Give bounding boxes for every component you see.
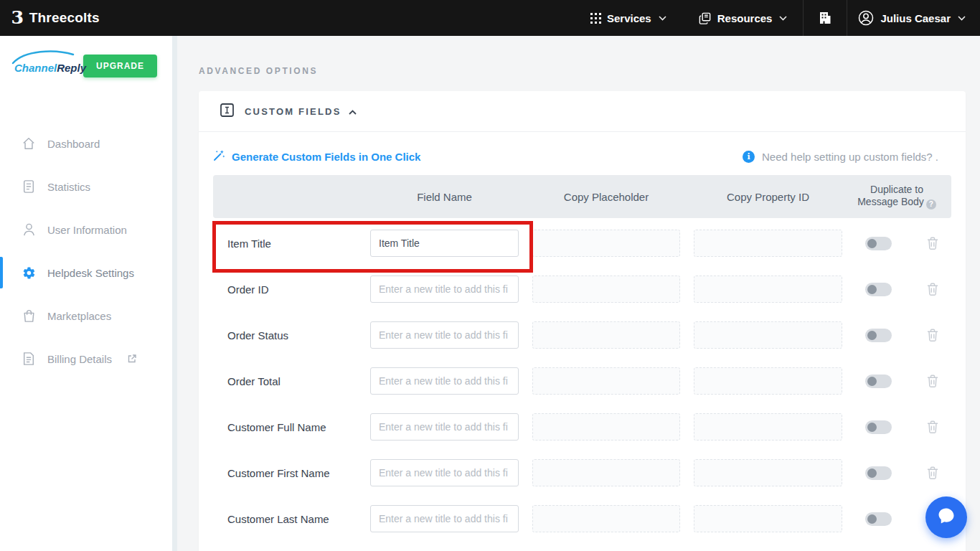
toggle-knob [867, 377, 877, 386]
trash-icon[interactable] [927, 420, 938, 433]
toggle-knob [867, 514, 877, 524]
field-label: Item Title [213, 237, 370, 250]
duplicate-toggle[interactable] [865, 237, 892, 250]
field-label: Order Status [213, 329, 370, 342]
column-header-field-name: Field Name [370, 191, 519, 203]
sidebar-item-label: Billing Details [47, 353, 112, 365]
copy-placeholder-box[interactable] [532, 505, 680, 532]
field-label: Customer Full Name [213, 421, 370, 433]
duplicate-toggle[interactable] [865, 512, 892, 526]
generate-custom-fields-link[interactable]: Generate Custom Fields in One Click [213, 149, 420, 164]
help-question-icon[interactable]: ? [926, 199, 936, 209]
info-icon[interactable]: i [743, 151, 755, 163]
resources-menu[interactable]: Resources [682, 0, 804, 36]
custom-fields-table: Field Name Copy Placeholder Copy Propert… [213, 175, 951, 542]
services-label: Services [607, 12, 651, 24]
billing-icon [22, 352, 36, 365]
column-header-duplicate: Duplicate to Message Body? [842, 184, 951, 210]
toggle-knob [867, 468, 877, 478]
upgrade-button[interactable]: UPGRADE [83, 55, 157, 77]
field-name-input[interactable] [370, 276, 519, 303]
statistics-icon [22, 180, 36, 193]
home-icon [22, 137, 36, 150]
trash-icon[interactable] [927, 329, 938, 342]
copy-placeholder-box[interactable] [532, 459, 680, 486]
magic-wand-icon [213, 149, 225, 164]
gear-icon [22, 266, 36, 280]
toggle-knob [867, 285, 877, 294]
topbar: 3 Threecolts Services Resources Julius C… [0, 0, 980, 36]
user-icon [22, 223, 36, 236]
trash-icon[interactable] [927, 283, 938, 296]
brand-name: Threecolts [29, 10, 100, 26]
chat-widget-button[interactable] [925, 496, 967, 538]
field-name-input[interactable] [370, 321, 519, 349]
sidebar-item-label: User Information [47, 224, 127, 236]
trash-icon[interactable] [927, 237, 938, 250]
duplicate-toggle[interactable] [865, 466, 892, 480]
help-text: Need help setting up custom fields? . [762, 151, 938, 163]
sidebar-item-user-information[interactable]: User Information [0, 208, 177, 251]
table-row: Customer First Name [213, 450, 951, 496]
column-header-copy-property-id: Copy Property ID [680, 191, 842, 203]
sidebar-item-billing-details[interactable]: Billing Details [0, 337, 177, 380]
sidebar-item-label: Dashboard [47, 138, 100, 150]
field-name-input[interactable] [370, 367, 519, 395]
table-row: Order ID [213, 266, 951, 312]
sidebar-item-statistics[interactable]: Statistics [0, 165, 177, 208]
brand[interactable]: 3 Threecolts [0, 9, 100, 27]
company-menu[interactable] [803, 0, 847, 36]
copy-property-id-box[interactable] [694, 230, 842, 257]
sidebar-item-marketplaces[interactable]: Marketplaces [0, 294, 177, 337]
chevron-down-icon [779, 16, 787, 21]
copy-placeholder-box[interactable] [532, 413, 680, 441]
copy-property-id-box[interactable] [694, 459, 842, 486]
grid-icon [590, 13, 601, 24]
card-header[interactable]: CUSTOM FIELDS [199, 91, 966, 132]
duplicate-toggle[interactable] [865, 375, 892, 388]
copy-placeholder-box[interactable] [532, 276, 680, 303]
duplicate-toggle[interactable] [865, 283, 892, 296]
table-row: Customer Full Name [213, 404, 951, 450]
duplicate-toggle[interactable] [865, 329, 892, 342]
column-header-copy-placeholder: Copy Placeholder [519, 191, 680, 203]
sidebar-item-label: Statistics [47, 181, 90, 193]
trash-icon[interactable] [927, 466, 938, 479]
copy-placeholder-box[interactable] [532, 367, 680, 395]
field-name-input[interactable] [370, 459, 519, 486]
field-label: Order ID [213, 283, 370, 296]
copy-property-id-box[interactable] [694, 321, 842, 349]
copy-property-id-box[interactable] [694, 413, 842, 441]
copy-property-id-box[interactable] [694, 367, 842, 395]
threecolts-logo-icon: 3 [11, 9, 24, 27]
field-name-input[interactable] [370, 413, 519, 441]
copy-placeholder-box[interactable] [532, 230, 680, 257]
chevron-down-icon [659, 16, 666, 21]
chevron-up-icon[interactable] [349, 105, 357, 118]
table-body: Item Title Order ID Order Status Order T… [213, 220, 951, 542]
toggle-knob [867, 239, 877, 248]
channelreply-logo: ChannelReply [13, 52, 73, 80]
user-avatar-icon [857, 9, 875, 27]
field-label: Customer First Name [213, 467, 370, 479]
field-name-input[interactable] [370, 230, 519, 257]
table-header: Field Name Copy Placeholder Copy Propert… [213, 175, 951, 218]
chevron-down-icon [958, 16, 966, 21]
sidebar-item-helpdesk-settings[interactable]: Helpdesk Settings [0, 251, 177, 294]
services-menu[interactable]: Services [575, 0, 682, 36]
field-name-input[interactable] [370, 505, 519, 532]
sidebar-item-label: Marketplaces [47, 310, 111, 322]
toggle-knob [867, 331, 877, 340]
copy-placeholder-box[interactable] [532, 321, 680, 349]
main-content: ADVANCED OPTIONS CUSTOM FIELDS Generate … [177, 36, 980, 551]
copy-property-id-box[interactable] [694, 276, 842, 303]
sidebar: ChannelReply UPGRADE Dashboard Statistic… [0, 36, 177, 551]
duplicate-toggle[interactable] [865, 420, 892, 434]
generate-link-label: Generate Custom Fields in One Click [232, 151, 420, 163]
copy-property-id-box[interactable] [694, 505, 842, 532]
sidebar-item-dashboard[interactable]: Dashboard [0, 122, 177, 165]
building-icon [818, 11, 832, 25]
user-menu[interactable]: Julius Caesar [847, 0, 980, 36]
sidebar-item-label: Helpdesk Settings [47, 267, 134, 279]
trash-icon[interactable] [927, 375, 938, 387]
